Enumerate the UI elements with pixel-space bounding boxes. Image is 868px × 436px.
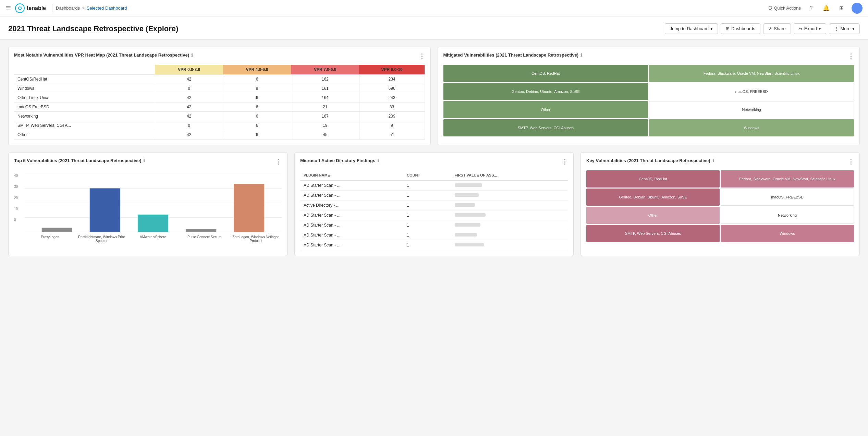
heatmap-row-label: Networking	[14, 112, 155, 121]
heatmap-cell-v1: 42	[155, 112, 223, 121]
key-vuln-cell: SMTP, Web Servers, CGI Abuses	[586, 225, 720, 242]
share-label: Share	[774, 26, 786, 31]
key-vuln-cell: CentOS, RedHat	[586, 170, 720, 187]
heatmap-row-label: Other Linux Unix	[14, 93, 155, 102]
quick-actions-button[interactable]: ⏱ Quick Actions	[768, 5, 801, 11]
heatmap-col-vpr2: VPR 4.0-6.9	[223, 65, 291, 75]
dashboards-link[interactable]: Dashboards	[56, 5, 80, 11]
jump-to-dashboard-button[interactable]: Jump to Dashboard ▾	[665, 23, 718, 34]
key-vuln-cell: Other	[586, 207, 720, 224]
ad-plugin-name: AD Starter Scan - ...	[300, 230, 403, 240]
hamburger-menu[interactable]: ☰	[5, 4, 11, 12]
heatmap-cell-v2: 9	[223, 84, 291, 93]
quick-actions-label: Quick Actions	[774, 5, 801, 11]
mitigated-vuln-title: Mitigated Vulnerabilities (2021 Threat L…	[443, 52, 848, 58]
top5-vuln-header: Top 5 Vulnerabilities (2021 Threat Lands…	[14, 158, 282, 166]
ad-table-row: AD Starter Scan - ... 1	[300, 240, 568, 250]
heatmap-cell-v4: 83	[359, 102, 425, 112]
dashboards-button[interactable]: ⊞ Dashboards	[721, 23, 760, 34]
ad-count: 1	[403, 220, 451, 230]
key-vuln-info-icon[interactable]: ℹ	[712, 158, 714, 163]
ad-plugin-name: AD Starter Scan - ...	[300, 191, 403, 201]
vpr-heatmap-title: Most Notable Vulnerabilities VPR Heat Ma…	[14, 52, 419, 58]
key-vuln-card: Key Vulnerabilities (2021 Threat Landsca…	[580, 152, 860, 256]
chart-x-labels: ProxyLogonPrintNightmare, Windows Print …	[24, 233, 282, 243]
breadcrumb: Dashboards > Selected Dashboard	[56, 5, 127, 11]
mitigation-cell: Windows	[649, 119, 854, 136]
mitigated-vuln-header: Mitigated Vulnerabilities (2021 Threat L…	[443, 52, 854, 60]
mitigated-vuln-info-icon[interactable]: ℹ	[580, 53, 582, 58]
ad-findings-menu-button[interactable]: ⋮	[562, 158, 568, 166]
chart-y-label: 0	[14, 218, 18, 222]
apps-grid-icon-button[interactable]: ⊞	[836, 3, 846, 13]
ad-findings-info-icon[interactable]: ℹ	[377, 158, 379, 163]
export-icon: ↪	[799, 26, 803, 31]
heatmap-cell-v2: 6	[223, 93, 291, 102]
chart-y-label: 20	[14, 196, 18, 200]
key-vuln-menu-button[interactable]: ⋮	[848, 158, 854, 166]
user-avatar[interactable]	[852, 3, 863, 14]
mitigated-vuln-menu-button[interactable]: ⋮	[848, 52, 854, 60]
more-button[interactable]: ⋮ More ▾	[829, 23, 860, 34]
heatmap-row: Networking 42 6 167 209	[14, 112, 425, 121]
heatmap-cell-v1: 0	[155, 84, 223, 93]
heatmap-row: Windows 0 9 161 696	[14, 84, 425, 93]
top5-vuln-menu-button[interactable]: ⋮	[276, 158, 282, 166]
ad-plugin-name: AD Starter Scan - ...	[300, 240, 403, 250]
vpr-heatmap-menu-button[interactable]: ⋮	[419, 52, 425, 60]
heatmap-row-label: Windows	[14, 84, 155, 93]
vpr-heatmap-card: Most Notable Vulnerabilities VPR Heat Ma…	[8, 47, 431, 145]
bar-chart-container: 403020100 ProxyLogonPrintNightmare, Wind…	[14, 170, 282, 239]
bar-chart-svg	[24, 174, 282, 232]
chart-x-label: Pulse Connect Secure	[179, 235, 230, 243]
heatmap-cell-v4: 234	[359, 75, 425, 84]
export-button[interactable]: ↪ Export ▾	[794, 23, 827, 34]
dropdown-chevron-icon: ▾	[710, 26, 713, 31]
heatmap-col-vpr3: VPR 7.0-6.9	[291, 65, 359, 75]
mitigated-vuln-grid: CentOS, RedHatFedora, Slackware, Oracle …	[443, 65, 854, 136]
quick-actions-icon: ⏱	[768, 5, 772, 11]
heatmap-cell-v2: 6	[223, 112, 291, 121]
help-icon-button[interactable]: ?	[806, 3, 816, 13]
ad-first-value	[451, 201, 568, 210]
heatmap-cell-v1: 42	[155, 102, 223, 112]
key-vuln-cell: Gentoo, Debian, Ubuntu, Amazon, SuSE	[586, 189, 720, 206]
ad-table-row: AD Starter Scan - ... 1	[300, 210, 568, 220]
notifications-icon-button[interactable]: 🔔	[821, 3, 831, 13]
ad-findings-header: Microsoft Active Directory Findings ℹ ⋮	[300, 158, 568, 166]
jump-to-dashboard-label: Jump to Dashboard	[670, 26, 709, 31]
ad-table-row: Active Directory - ... 1	[300, 201, 568, 210]
heatmap-col-vpr1: VPR 0.0-3.9	[155, 65, 223, 75]
chart-x-label: ZeroLogon, Windows Netlogon Protocol	[230, 235, 282, 243]
heatmap-col-vpr4: VPR 9.0-10	[359, 65, 425, 75]
chart-y-label: 30	[14, 185, 18, 189]
mitigation-cell: SMTP, Web Servers, CGI Abuses	[443, 119, 648, 136]
share-icon: ↗	[768, 26, 772, 31]
heatmap-cell-v3: 45	[291, 130, 359, 140]
chart-x-label: PrintNightmare, Windows Print Spooler	[76, 235, 127, 243]
bar-chart-bar	[234, 184, 264, 232]
current-page-label: Selected Dashboard	[87, 5, 127, 11]
top5-vuln-card: Top 5 Vulnerabilities (2021 Threat Lands…	[8, 152, 288, 256]
top5-vuln-info-icon[interactable]: ℹ	[143, 158, 145, 163]
dashboards-grid-icon: ⊞	[726, 26, 730, 31]
heatmap-cell-v2: 6	[223, 121, 291, 130]
vpr-heatmap-header: Most Notable Vulnerabilities VPR Heat Ma…	[14, 52, 425, 60]
chart-x-label: VMware vSphere	[127, 235, 179, 243]
heatmap-cell-v1: 42	[155, 93, 223, 102]
nav-divider	[52, 4, 52, 12]
ad-table-row: AD Starter Scan - ... 1	[300, 191, 568, 201]
vpr-heatmap-info-icon[interactable]: ℹ	[191, 53, 193, 58]
page-actions: Jump to Dashboard ▾ ⊞ Dashboards ↗ Share…	[665, 23, 860, 34]
ad-plugin-name: Active Directory - ...	[300, 201, 403, 210]
heatmap-cell-v1: 42	[155, 130, 223, 140]
heatmap-cell-v4: 696	[359, 84, 425, 93]
heatmap-cell-v4: 51	[359, 130, 425, 140]
ad-plugin-name: AD Starter Scan - ...	[300, 220, 403, 230]
page-header: 2021 Threat Landscape Retrospective (Exp…	[0, 16, 868, 40]
heatmap-row: macOS FreeBSD 42 6 21 83	[14, 102, 425, 112]
ad-count: 1	[403, 210, 451, 220]
heatmap-row-label: macOS FreeBSD	[14, 102, 155, 112]
share-button[interactable]: ↗ Share	[763, 23, 791, 34]
top5-vuln-title: Top 5 Vulnerabilities (2021 Threat Lands…	[14, 158, 276, 163]
